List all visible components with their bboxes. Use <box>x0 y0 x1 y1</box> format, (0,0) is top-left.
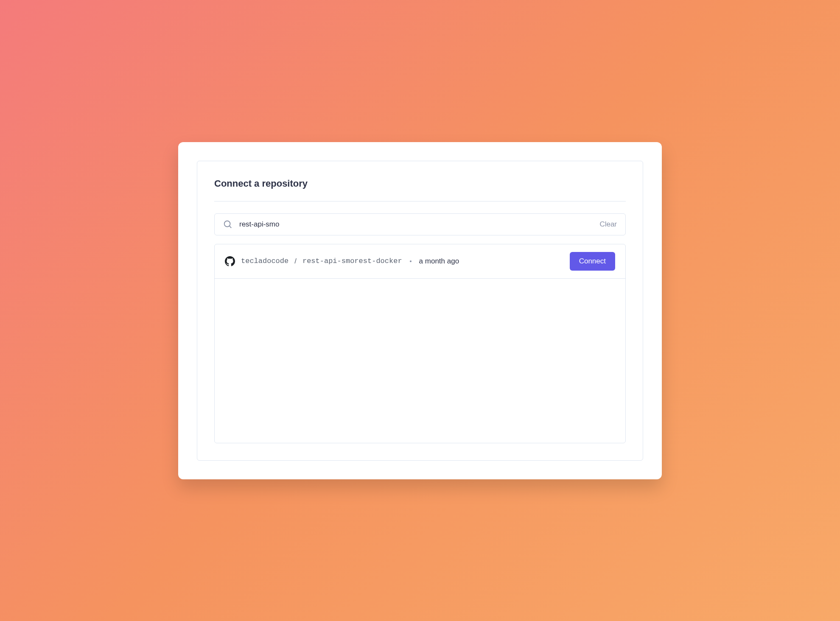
search-icon <box>223 220 232 229</box>
results-scroll[interactable]: tecladocode / rest-api-smorest-docker a … <box>215 244 625 443</box>
connect-button[interactable]: Connect <box>570 252 615 271</box>
dot-separator <box>410 260 412 262</box>
svg-line-1 <box>230 226 232 228</box>
svg-point-0 <box>224 221 230 227</box>
repo-row: tecladocode / rest-api-smorest-docker a … <box>215 244 625 279</box>
clear-button[interactable]: Clear <box>599 220 617 229</box>
connect-repository-panel: Connect a repository Clear tecladocode /… <box>197 161 643 461</box>
repo-separator: / <box>294 257 297 266</box>
repo-name: rest-api-smorest-docker <box>302 257 402 265</box>
search-box[interactable]: Clear <box>214 213 626 235</box>
panel-title: Connect a repository <box>214 178 626 189</box>
modal-card: Connect a repository Clear tecladocode /… <box>178 142 662 479</box>
search-input[interactable] <box>239 220 593 229</box>
panel-header: Connect a repository <box>214 178 626 201</box>
results-container: tecladocode / rest-api-smorest-docker a … <box>214 244 626 443</box>
repo-owner: tecladocode <box>241 257 288 265</box>
repo-time: a month ago <box>419 257 459 266</box>
github-icon <box>225 256 235 266</box>
